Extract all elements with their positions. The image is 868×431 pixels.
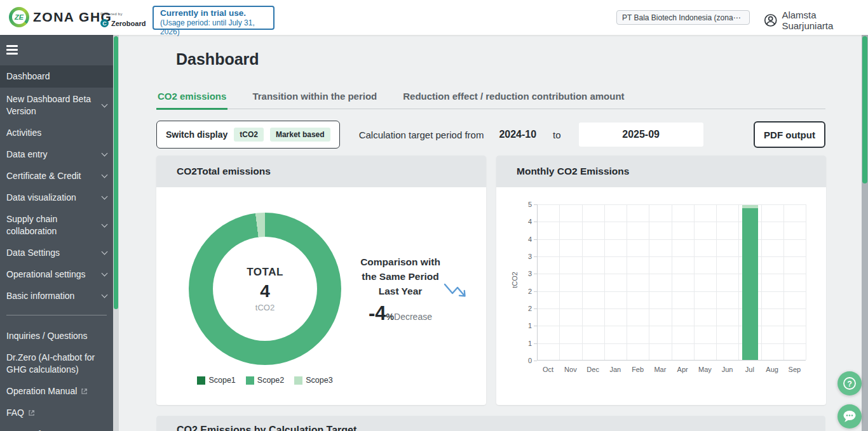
x-tick-label-mar: Mar <box>649 366 671 373</box>
trial-period: (Usage period: until July 31, 2026) <box>160 18 267 36</box>
gridline-vertical <box>672 204 672 360</box>
top-header: ZE ZONA GHG Powered by C Zeroboard Curre… <box>0 0 868 35</box>
gridline-vertical <box>694 204 695 360</box>
sidebar-item-certificate-credit[interactable]: Certificate & Credit <box>0 170 113 182</box>
total-emissions-donut-chart: TOTAL 4 tCO2 <box>189 213 341 365</box>
external-link-icon <box>81 388 88 395</box>
sidebar-item-label: Terms of Use <box>6 428 58 431</box>
zeroboard-logo-icon: C <box>100 19 109 27</box>
sidebar-item-data-entry[interactable]: Data entry <box>0 149 113 161</box>
sidebar-item-operational-settings[interactable]: Operational settings <box>0 269 113 281</box>
pdf-output-button[interactable]: PDF output <box>754 121 825 148</box>
bar-chart-y-ticks: 5443322110 <box>496 204 532 361</box>
bar-chart-x-labels: OctNovDecJanFebMarAprMayJunJulAugSep <box>537 366 806 373</box>
sidebar-item-label: Basic information <box>6 290 98 302</box>
period-to-input[interactable] <box>579 123 703 147</box>
sidebar-item-dashboard[interactable]: Dashboard <box>0 65 113 88</box>
sidebar-item-basic-information[interactable]: Basic information <box>0 290 113 302</box>
sidebar-item-label: Operational settings <box>6 269 98 281</box>
gridline-vertical <box>604 204 605 360</box>
legend-swatch-scope1 <box>197 376 205 385</box>
svg-text:?: ? <box>847 380 852 388</box>
user-menu[interactable]: Alamsta Suarjuniarta <box>764 10 868 31</box>
switch-display-label: Switch display <box>166 129 227 140</box>
bar-jul <box>742 205 758 360</box>
legend-label: Scope1 <box>208 376 235 385</box>
comparison-percent-sign: % <box>386 312 394 322</box>
gridline-vertical <box>761 204 762 360</box>
hamburger-menu-icon[interactable] <box>0 35 113 65</box>
sidebar-divider <box>6 315 107 315</box>
chevron-down-icon <box>102 292 108 298</box>
sidebar-item-dr-zero-ai-chatbot-for-ghg-calculations[interactable]: Dr.Zero (AI-chatbot for GHG calculations… <box>0 352 113 376</box>
page-scrollbar-track <box>862 35 868 431</box>
legend-item-scope2[interactable]: Scope2 <box>246 376 284 385</box>
sidebar-item-supply-chain-collaboration[interactable]: Supply chain collaboration <box>0 213 113 237</box>
gridline-vertical <box>716 204 717 360</box>
calculation-target-card-title: CO2 Emissions by Calculation Target <box>156 416 825 431</box>
sidebar-item-faq[interactable]: FAQ <box>0 407 113 419</box>
main-content: Dashboard CO2 emissionsTransition within… <box>119 35 862 431</box>
trend-down-arrow-icon <box>444 281 471 302</box>
legend-item-scope1[interactable]: Scope1 <box>197 376 235 385</box>
sidebar-item-label: Dr.Zero (AI-chatbot for GHG calculations… <box>6 352 107 376</box>
x-tick-label-jun: Jun <box>716 366 738 373</box>
sidebar-item-label: Inquiries / Questions <box>6 330 107 342</box>
trial-title: Currently in trial use. <box>160 8 267 18</box>
controls-row: Switch display tCO2Market based Calculat… <box>156 120 825 149</box>
sidebar-item-label: Supply chain collaboration <box>6 213 98 237</box>
y-tick-label: 4 <box>528 235 532 243</box>
sidebar-item-label: Certificate & Credit <box>6 170 98 182</box>
zona-ghg-logo-icon: ZE <box>9 7 29 27</box>
switch-badge-market-based[interactable]: Market based <box>270 128 330 142</box>
sidebar-item-label: New Dashboard Beta Version <box>6 93 98 117</box>
tab-reduction-effect[interactable]: Reduction effect / reduction contributio… <box>402 90 625 110</box>
tab-bar: CO2 emissionsTransition within the perio… <box>156 90 825 109</box>
sidebar-item-new-dashboard-beta-version[interactable]: New Dashboard Beta Version <box>0 93 113 117</box>
y-tick-label: 2 <box>528 305 532 312</box>
sidebar-item-activities[interactable]: Activities <box>0 127 113 139</box>
x-tick-label-nov: Nov <box>559 366 581 373</box>
x-tick-label-oct: Oct <box>537 366 559 373</box>
sidebar-item-data-visualization[interactable]: Data visualization <box>0 192 113 204</box>
sidebar-item-terms-of-use[interactable]: Terms of Use <box>0 428 113 431</box>
legend-item-scope3[interactable]: Scope3 <box>294 376 332 385</box>
sidebar-item-inquiries-questions[interactable]: Inquiries / Questions <box>0 330 113 342</box>
calculation-target-card: CO2 Emissions by Calculation Target <box>156 416 825 431</box>
x-tick-label-may: May <box>694 366 716 373</box>
comparison-value: -4 <box>369 302 386 325</box>
gridline-vertical <box>783 204 784 360</box>
help-button[interactable]: ? <box>837 371 862 395</box>
chevron-down-icon <box>102 270 108 277</box>
gridline-vertical <box>627 204 627 360</box>
period-to-word: to <box>553 129 561 140</box>
bar-segment-scope2 <box>742 208 758 360</box>
sidebar-scrollbar-thumb[interactable] <box>114 36 118 309</box>
gridline-vertical <box>738 204 739 360</box>
user-name: Alamsta Suarjuniarta <box>782 10 868 31</box>
x-tick-label-feb: Feb <box>627 366 649 373</box>
page-scrollbar-thumb[interactable] <box>862 36 867 183</box>
gridline-vertical <box>582 204 583 360</box>
chat-bubble-icon <box>841 409 858 424</box>
switch-badge-tco2[interactable]: tCO2 <box>234 128 264 142</box>
y-tick-label: 0 <box>528 357 532 364</box>
sidebar-nav: DashboardNew Dashboard Beta VersionActiv… <box>0 65 113 431</box>
chat-button[interactable] <box>837 404 862 428</box>
company-selector[interactable]: PT Bala Biotech Indonesia (zona⋯ <box>616 10 750 25</box>
page-title: Dashboard <box>176 50 259 69</box>
y-tick-label: 3 <box>528 270 532 277</box>
donut-total-unit: tCO2 <box>255 303 275 312</box>
period-label: Calculation target period from <box>359 129 484 140</box>
sidebar-item-label: Data entry <box>6 149 98 161</box>
period-from-value: 2024-10 <box>499 129 536 140</box>
powered-by-label: Powered by <box>100 11 146 17</box>
monthly-emissions-card: Monthly CO2 Emissions tCO2 5443322110 Oc… <box>496 156 826 405</box>
tab-co2-emissions[interactable]: CO2 emissions <box>156 90 227 110</box>
chevron-down-icon <box>102 150 108 157</box>
sidebar-item-operation-manual[interactable]: Operation Manual <box>0 385 113 397</box>
external-link-icon <box>28 409 35 416</box>
tab-transition-within-period[interactable]: Transition within the period <box>251 90 378 110</box>
comparison-line1: Comparison with <box>333 255 468 269</box>
sidebar-item-data-settings[interactable]: Data Settings <box>0 247 113 259</box>
